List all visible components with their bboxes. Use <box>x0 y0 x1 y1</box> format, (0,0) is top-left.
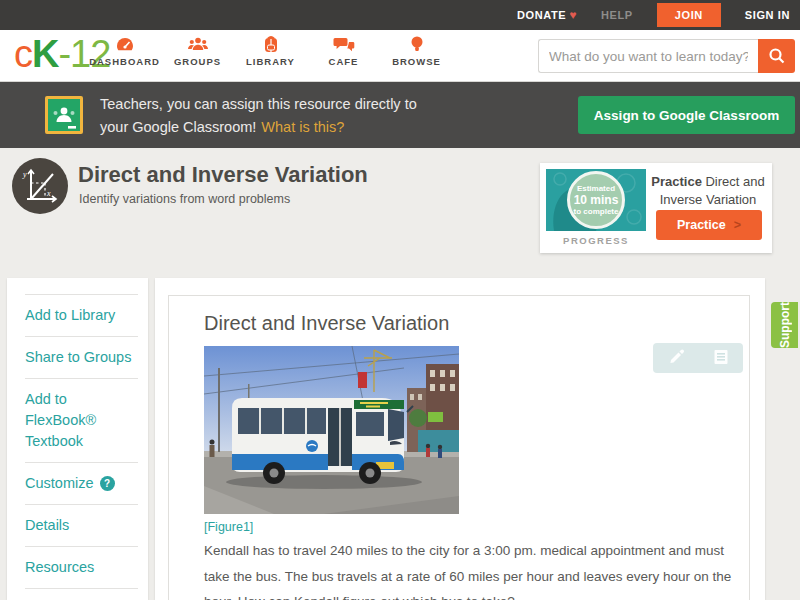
classroom-banner: Teachers, you can assign this resource d… <box>0 82 800 148</box>
estimated-label: Estimated <box>577 184 615 193</box>
sidebar-item-share-to-groups[interactable]: Share to Groups <box>25 337 138 379</box>
help-link[interactable]: HELP <box>601 9 633 21</box>
nav-label: LIBRARY <box>246 56 295 67</box>
main-navbar: cK-12 DASHBOARD GROUPS LIBRARY CAFE BROW… <box>0 30 800 82</box>
google-classroom-icon <box>45 96 83 134</box>
sidebar-item-add-to-library[interactable]: Add to Library <box>25 295 138 337</box>
sidebar: Add to Library Share to Groups Add to Fl… <box>7 278 148 600</box>
nav-label: CAFE <box>329 56 359 67</box>
search-icon <box>768 47 786 65</box>
article-paragraph: Kendall has to travel 240 miles to the c… <box>204 538 737 600</box>
notes-button[interactable] <box>710 346 732 371</box>
practice-widget-title: Practice Direct and Inverse Variation <box>648 173 768 209</box>
sidebar-item-add-to-flexbook[interactable]: Add to FlexBook® Textbook <box>25 379 138 463</box>
gauge-icon <box>114 35 136 53</box>
lightbulb-icon <box>406 35 428 53</box>
banner-message: Teachers, you can assign this resource d… <box>100 93 417 139</box>
nav-item-dashboard[interactable]: DASHBOARD <box>88 35 161 67</box>
nav-label: BROWSE <box>392 56 441 67</box>
banner-line2: your Google Classroom! <box>100 119 256 135</box>
concept-graph-icon: y x <box>12 158 68 214</box>
banner-line1: Teachers, you can assign this resource d… <box>100 96 417 112</box>
nav-items: DASHBOARD GROUPS LIBRARY CAFE BROWSE <box>88 35 453 67</box>
practice-bold: Practice <box>651 174 702 189</box>
sidebar-item-download[interactable]: Download▾ <box>25 589 138 600</box>
practice-button-label: Practice <box>677 218 726 232</box>
estimated-time-badge: Estimated 10 mins to complete <box>567 171 625 229</box>
nav-item-library[interactable]: LIBRARY <box>234 35 307 67</box>
search-input[interactable] <box>538 39 758 73</box>
chat-bubbles-icon <box>333 35 355 53</box>
customize-label: Customize <box>25 475 94 491</box>
content-tools <box>653 343 743 373</box>
practice-thumbnail: Estimated 10 mins to complete <box>546 169 646 231</box>
nav-item-groups[interactable]: GROUPS <box>161 35 234 67</box>
svg-text:x: x <box>46 189 51 198</box>
nav-item-cafe[interactable]: CAFE <box>307 35 380 67</box>
support-tab-label: Support <box>778 302 792 348</box>
lesson-subtitle: Identify variations from word problems <box>79 192 290 206</box>
estimated-suffix: to complete <box>574 207 619 216</box>
progress-label: PROGRESS <box>546 235 646 246</box>
logo-c: c <box>14 33 32 75</box>
people-icon <box>187 35 209 53</box>
estimated-value: 10 mins <box>574 193 619 207</box>
bus-photo <box>204 346 459 514</box>
lesson-title: Direct and Inverse Variation <box>78 162 368 188</box>
assign-to-classroom-button[interactable]: Assign to Google Classroom <box>578 96 795 134</box>
article-title: Direct and Inverse Variation <box>204 312 449 335</box>
practice-widget: Estimated 10 mins to complete PROGRESS P… <box>540 163 772 253</box>
nav-item-browse[interactable]: BROWSE <box>380 35 453 67</box>
figure-image <box>204 346 459 514</box>
edit-pencil-button[interactable] <box>665 346 687 371</box>
page: DONATE♥ HELP JOIN SIGN IN cK-12 DASHBOAR… <box>0 0 800 600</box>
heart-icon: ♥ <box>569 8 577 22</box>
search-bar <box>538 39 795 73</box>
lesson-header: y x Direct and Inverse Variation Identif… <box>0 148 800 265</box>
what-is-this-link[interactable]: What is this? <box>261 119 344 135</box>
join-button[interactable]: JOIN <box>657 3 721 27</box>
logo-k: K <box>32 33 58 75</box>
signin-link[interactable]: SIGN IN <box>745 9 790 21</box>
chevron-right-icon: > <box>734 218 741 232</box>
svg-text:y: y <box>22 170 27 179</box>
backpack-icon <box>260 35 282 53</box>
donate-link[interactable]: DONATE♥ <box>517 8 577 22</box>
sidebar-item-details[interactable]: Details <box>25 505 138 547</box>
support-tab[interactable]: Support <box>771 302 798 348</box>
sidebar-list: Add to Library Share to Groups Add to Fl… <box>25 294 138 600</box>
sidebar-item-resources[interactable]: Resources <box>25 547 138 589</box>
pencil-icon <box>667 348 685 366</box>
document-icon <box>712 348 730 366</box>
nav-label: GROUPS <box>174 56 221 67</box>
figure-caption-link[interactable]: [Figure1] <box>204 520 253 534</box>
main-content: Direct and Inverse Variation <box>155 278 765 600</box>
nav-label: DASHBOARD <box>89 56 160 67</box>
search-button[interactable] <box>758 39 795 73</box>
practice-button[interactable]: Practice> <box>656 210 762 240</box>
top-utility-bar: DONATE♥ HELP JOIN SIGN IN <box>0 0 800 30</box>
help-question-icon[interactable]: ? <box>100 476 115 491</box>
reading-panel: Direct and Inverse Variation <box>168 295 750 600</box>
sidebar-item-customize[interactable]: Customize? <box>25 463 138 505</box>
